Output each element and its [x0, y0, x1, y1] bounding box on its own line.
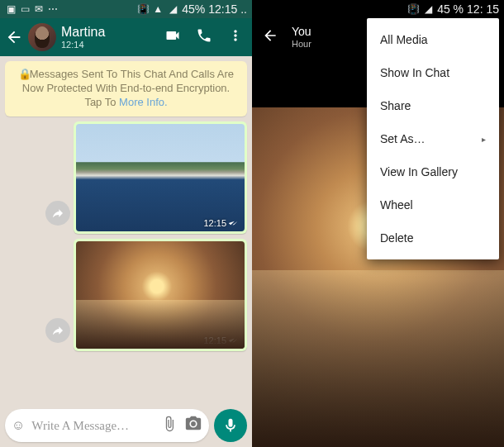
- message-composer: ☺ Write A Message…: [0, 404, 252, 447]
- menu-view-in-gallery[interactable]: View In Gallery: [367, 155, 499, 188]
- back-button[interactable]: [5, 28, 23, 46]
- viewer-sender: You: [292, 26, 311, 38]
- vibrate-icon: 📳: [137, 3, 149, 15]
- emoji-button[interactable]: ☺: [12, 418, 25, 433]
- message-row: 12:15: [5, 121, 247, 234]
- attach-button[interactable]: [161, 416, 178, 435]
- status-bar-right: 📳 ◢ 45 % 12: 15: [252, 0, 504, 18]
- video-call-button[interactable]: [164, 27, 181, 47]
- vibrate-icon: 📳: [407, 3, 419, 15]
- menu-set-as[interactable]: Set As…▸: [367, 122, 499, 155]
- voice-message-button[interactable]: [214, 409, 247, 442]
- message-bubble[interactable]: 12:15: [74, 121, 247, 234]
- viewer-title-block[interactable]: You Hour: [292, 26, 311, 48]
- overflow-menu: All Media Show In Chat Share Set As…▸ Vi…: [367, 18, 499, 259]
- forward-button[interactable]: [45, 318, 70, 343]
- menu-share[interactable]: Share: [367, 89, 499, 122]
- status-bar-left: ▣ ▭ ✉ ⋯ 📳 ▲ ◢ 45% 12:15 ..: [0, 0, 252, 18]
- message-input[interactable]: Write A Message…: [31, 419, 155, 433]
- contact-last-seen: 12:14: [61, 40, 164, 50]
- notif-icon: ▣: [5, 3, 17, 15]
- camera-button[interactable]: [184, 415, 202, 436]
- signal-icon: ◢: [167, 3, 178, 15]
- viewer-time: Hour: [292, 39, 311, 49]
- contact-avatar[interactable]: [28, 23, 56, 51]
- media-viewer-pane: 📳 ◢ 45 % 12: 15 You Hour All Media Show …: [252, 0, 504, 447]
- menu-all-media[interactable]: All Media: [367, 23, 499, 56]
- lock-icon: 🔒: [18, 68, 26, 82]
- msg-notif-icon: ✉: [33, 3, 45, 15]
- viewer-back-button[interactable]: [262, 27, 278, 47]
- clock: 12:15: [208, 2, 237, 16]
- chat-body[interactable]: 🔒 Messages Sent To This Chat And Calls A…: [0, 56, 252, 404]
- message-timestamp: 12:15: [203, 335, 240, 345]
- battery-percent: 45 %: [437, 2, 464, 16]
- encryption-notice[interactable]: 🔒 Messages Sent To This Chat And Calls A…: [5, 61, 247, 117]
- chat-notif-icon: ▭: [19, 3, 31, 15]
- chat-header: Martina 12:14: [0, 18, 252, 56]
- signal-icon: ◢: [422, 3, 434, 15]
- message-input-container: ☺ Write A Message…: [5, 409, 209, 442]
- message-timestamp: 12:15: [203, 218, 240, 228]
- wifi-icon: ▲: [152, 3, 164, 15]
- message-bubble[interactable]: 12:15: [74, 239, 247, 351]
- clock: 12: 15: [467, 2, 499, 16]
- message-row: 12:15: [5, 239, 247, 351]
- battery-percent: 45%: [182, 2, 205, 16]
- message-photo[interactable]: 12:15: [76, 124, 245, 231]
- voice-call-button[interactable]: [196, 27, 212, 47]
- menu-delete[interactable]: Delete: [367, 221, 499, 254]
- message-photo[interactable]: 12:15: [76, 241, 245, 349]
- whatsapp-chat-pane: ▣ ▭ ✉ ⋯ 📳 ▲ ◢ 45% 12:15 .. Martina 12:14: [0, 0, 252, 447]
- forward-button[interactable]: [45, 201, 70, 226]
- submenu-arrow-icon: ▸: [482, 135, 486, 144]
- status-overflow: ..: [240, 2, 247, 16]
- more-options-button[interactable]: [227, 27, 244, 47]
- encryption-more-link: More Info.: [119, 96, 168, 108]
- contact-name: Martina: [61, 25, 164, 40]
- menu-show-in-chat[interactable]: Show In Chat: [367, 56, 499, 89]
- more-notif-icon: ⋯: [47, 3, 59, 15]
- contact-info[interactable]: Martina 12:14: [61, 25, 164, 50]
- menu-wheel[interactable]: Wheel: [367, 188, 499, 221]
